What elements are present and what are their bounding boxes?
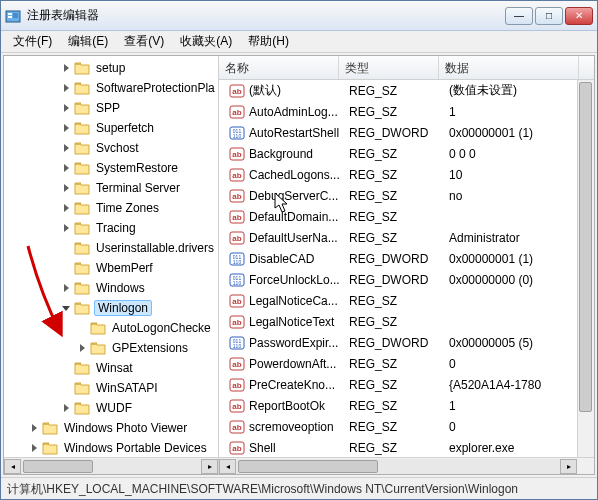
folder-icon: [42, 441, 58, 455]
registry-value-row[interactable]: abPreCreateKno...REG_SZ{A520A1A4-1780: [219, 374, 594, 395]
tree-item[interactable]: Winsat: [4, 358, 218, 378]
tree-item[interactable]: Winlogon: [4, 298, 218, 318]
tree-item[interactable]: WinSATAPI: [4, 378, 218, 398]
value-name-cell: abLegalNoticeCa...: [223, 293, 343, 309]
svg-text:ab: ab: [232, 402, 241, 411]
value-type-cell: REG_SZ: [343, 294, 443, 308]
menu-item[interactable]: 编辑(E): [60, 31, 116, 52]
tree-expander-icon[interactable]: [76, 342, 88, 354]
folder-icon: [74, 261, 90, 275]
tree-expander-icon[interactable]: [28, 442, 40, 454]
tree-item[interactable]: Windows Portable Devices: [4, 438, 218, 457]
value-type-cell: REG_SZ: [343, 105, 443, 119]
vscroll-thumb[interactable]: [579, 82, 592, 412]
scroll-thumb[interactable]: [238, 460, 378, 473]
scroll-thumb[interactable]: [23, 460, 93, 473]
registry-value-row[interactable]: abDefaultDomain...REG_SZ: [219, 206, 594, 227]
folder-icon: [42, 421, 58, 435]
tree-expander-icon[interactable]: [60, 162, 72, 174]
tree-item[interactable]: Tracing: [4, 218, 218, 238]
scroll-left-button[interactable]: ◂: [4, 459, 21, 474]
value-name-cell: abShell: [223, 440, 343, 456]
maximize-button[interactable]: □: [535, 7, 563, 25]
registry-value-row[interactable]: abLegalNoticeCa...REG_SZ: [219, 290, 594, 311]
menu-item[interactable]: 查看(V): [116, 31, 172, 52]
tree-item[interactable]: SystemRestore: [4, 158, 218, 178]
registry-value-row[interactable]: 011110DisableCADREG_DWORD0x00000001 (1): [219, 248, 594, 269]
list-rows: ab(默认)REG_SZ(数值未设置)abAutoAdminLog...REG_…: [219, 80, 594, 457]
titlebar[interactable]: 注册表编辑器 — □ ✕: [1, 1, 597, 31]
tree-expander-icon[interactable]: [60, 142, 72, 154]
registry-value-row[interactable]: 011110PasswordExpir...REG_DWORD0x0000000…: [219, 332, 594, 353]
registry-value-row[interactable]: abBackgroundREG_SZ0 0 0: [219, 143, 594, 164]
scroll-left-button[interactable]: ◂: [219, 459, 236, 474]
svg-text:110: 110: [233, 280, 242, 286]
svg-text:110: 110: [233, 259, 242, 265]
registry-value-row[interactable]: ab(默认)REG_SZ(数值未设置): [219, 80, 594, 101]
tree-body[interactable]: setupSoftwareProtectionPlaSPPSuperfetchS…: [4, 56, 218, 457]
scroll-right-button[interactable]: ▸: [201, 459, 218, 474]
tree-expander-icon[interactable]: [60, 82, 72, 94]
list-hscrollbar[interactable]: ◂ ▸: [219, 457, 594, 474]
svg-text:ab: ab: [232, 150, 241, 159]
registry-value-row[interactable]: abShellREG_SZexplorer.exe: [219, 437, 594, 457]
registry-value-row[interactable]: abLegalNoticeTextREG_SZ: [219, 311, 594, 332]
tree-item[interactable]: setup: [4, 58, 218, 78]
registry-value-row[interactable]: 011110ForceUnlockLo...REG_DWORD0x0000000…: [219, 269, 594, 290]
tree-hscrollbar[interactable]: ◂ ▸: [4, 457, 218, 474]
tree-expander-icon[interactable]: [60, 182, 72, 194]
tree-item[interactable]: Superfetch: [4, 118, 218, 138]
tree-expander-icon[interactable]: [28, 422, 40, 434]
tree-item[interactable]: WUDF: [4, 398, 218, 418]
menu-item[interactable]: 帮助(H): [240, 31, 297, 52]
tree-item[interactable]: SoftwareProtectionPla: [4, 78, 218, 98]
svg-text:ab: ab: [232, 213, 241, 222]
registry-value-row[interactable]: abscremoveoptionREG_SZ0: [219, 416, 594, 437]
tree-expander-icon[interactable]: [60, 282, 72, 294]
tree-item[interactable]: Time Zones: [4, 198, 218, 218]
menu-item[interactable]: 文件(F): [5, 31, 60, 52]
value-name-cell: abReportBootOk: [223, 398, 343, 414]
tree-expander-icon[interactable]: [60, 122, 72, 134]
folder-icon: [74, 61, 90, 75]
tree-item[interactable]: GPExtensions: [4, 338, 218, 358]
tree-expander-icon[interactable]: [60, 62, 72, 74]
scroll-track[interactable]: [21, 459, 201, 474]
column-header[interactable]: 名称: [219, 56, 339, 79]
scroll-track[interactable]: [236, 459, 577, 474]
menu-item[interactable]: 收藏夹(A): [172, 31, 240, 52]
tree-item[interactable]: SPP: [4, 98, 218, 118]
registry-value-row[interactable]: abPowerdownAft...REG_SZ0: [219, 353, 594, 374]
value-name-cell: ab(默认): [223, 82, 343, 99]
tree-expander-icon[interactable]: [60, 302, 72, 314]
column-header[interactable]: 数据: [439, 56, 579, 79]
tree-expander-icon[interactable]: [60, 102, 72, 114]
tree-item[interactable]: Terminal Server: [4, 178, 218, 198]
tree-item[interactable]: WbemPerf: [4, 258, 218, 278]
tree-item[interactable]: AutoLogonChecke: [4, 318, 218, 338]
dword-icon: 011110: [229, 335, 245, 351]
registry-value-row[interactable]: 011110AutoRestartShellREG_DWORD0x0000000…: [219, 122, 594, 143]
folder-icon: [74, 221, 90, 235]
tree-expander-icon[interactable]: [60, 222, 72, 234]
registry-value-row[interactable]: abDefaultUserNa...REG_SZAdministrator: [219, 227, 594, 248]
folder-icon: [74, 361, 90, 375]
tree-item[interactable]: Windows: [4, 278, 218, 298]
column-header[interactable]: 类型: [339, 56, 439, 79]
scroll-right-button[interactable]: ▸: [560, 459, 577, 474]
registry-value-row[interactable]: abCachedLogons...REG_SZ10: [219, 164, 594, 185]
tree-item[interactable]: Userinstallable.drivers: [4, 238, 218, 258]
tree-item[interactable]: Svchost: [4, 138, 218, 158]
registry-value-row[interactable]: abDebugServerC...REG_SZno: [219, 185, 594, 206]
list-body[interactable]: ab(默认)REG_SZ(数值未设置)abAutoAdminLog...REG_…: [219, 80, 594, 457]
registry-value-row[interactable]: abAutoAdminLog...REG_SZ1: [219, 101, 594, 122]
minimize-button[interactable]: —: [505, 7, 533, 25]
tree-expander-icon[interactable]: [60, 402, 72, 414]
tree-expander-icon[interactable]: [60, 202, 72, 214]
tree-label: Windows Portable Devices: [62, 441, 209, 455]
close-button[interactable]: ✕: [565, 7, 593, 25]
tree-item[interactable]: Windows Photo Viewer: [4, 418, 218, 438]
svg-text:ab: ab: [232, 381, 241, 390]
registry-value-row[interactable]: abReportBootOkREG_SZ1: [219, 395, 594, 416]
list-vscrollbar[interactable]: [577, 80, 594, 457]
